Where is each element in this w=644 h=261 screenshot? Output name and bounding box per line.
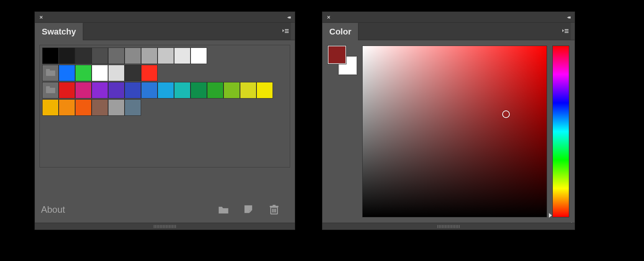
new-swatch-button[interactable] xyxy=(242,203,256,217)
about-link[interactable]: About xyxy=(41,204,65,215)
hue-slider[interactable] xyxy=(552,46,569,217)
sv-cursor-icon xyxy=(502,110,510,118)
swatch-list xyxy=(39,45,290,167)
drag-grip-icon xyxy=(437,225,460,228)
swatch-row xyxy=(42,48,288,64)
swatch[interactable] xyxy=(92,48,108,64)
swatchy-body: About xyxy=(35,40,295,223)
swatch[interactable] xyxy=(75,82,92,98)
swatch[interactable] xyxy=(240,82,256,98)
drag-grip-icon xyxy=(154,225,176,228)
delete-button[interactable] xyxy=(267,203,281,217)
swatchy-tabrow: Swatchy xyxy=(35,23,295,40)
swatch-folder[interactable] xyxy=(42,65,59,81)
swatch[interactable] xyxy=(75,48,92,64)
swatch[interactable] xyxy=(125,65,141,81)
swatch[interactable] xyxy=(141,48,158,64)
swatch[interactable] xyxy=(108,65,125,81)
swatch[interactable] xyxy=(59,48,75,64)
swatch[interactable] xyxy=(174,82,191,98)
swatch[interactable] xyxy=(75,65,92,81)
swatch[interactable] xyxy=(158,48,174,64)
swatch-row xyxy=(42,82,288,98)
swatch-folder[interactable] xyxy=(42,82,59,98)
svg-rect-5 xyxy=(270,206,279,207)
swatch[interactable] xyxy=(191,82,207,98)
tab-empty-area xyxy=(358,23,560,40)
swatch[interactable] xyxy=(108,82,125,98)
menu-icon xyxy=(562,28,569,35)
swatch[interactable] xyxy=(141,82,158,98)
swatch[interactable] xyxy=(75,99,92,116)
swatch[interactable] xyxy=(158,82,174,98)
swatchy-footer: About xyxy=(39,200,290,218)
color-picker-area xyxy=(362,46,569,217)
tab-label: Swatchy xyxy=(42,27,76,37)
swatch-row xyxy=(42,65,288,81)
swatch[interactable] xyxy=(256,82,273,98)
close-icon[interactable]: × xyxy=(38,13,44,21)
swatch[interactable] xyxy=(92,82,108,98)
swatchy-titlebar[interactable]: × ◂◂ xyxy=(35,12,295,23)
swatch[interactable] xyxy=(174,48,191,64)
svg-rect-12 xyxy=(565,32,568,33)
collapse-icon[interactable]: ◂◂ xyxy=(287,14,292,20)
swatch[interactable] xyxy=(125,99,141,116)
swatch[interactable] xyxy=(141,65,158,81)
swatch-row xyxy=(42,99,288,116)
swatch[interactable] xyxy=(59,65,75,81)
color-titlebar[interactable]: × ◂◂ xyxy=(322,12,575,23)
svg-rect-2 xyxy=(285,32,289,33)
swatchy-panel: × ◂◂ Swatchy About xyxy=(34,11,295,230)
swatch[interactable] xyxy=(108,48,125,64)
svg-rect-1 xyxy=(285,31,289,31)
collapse-icon[interactable]: ◂◂ xyxy=(567,14,572,20)
swatch[interactable] xyxy=(59,99,75,116)
color-panel: × ◂◂ Color xyxy=(322,11,575,230)
swatch[interactable] xyxy=(207,82,223,98)
menu-icon xyxy=(282,28,289,35)
tab-swatchy[interactable]: Swatchy xyxy=(35,23,83,40)
swatch[interactable] xyxy=(92,99,108,116)
swatch[interactable] xyxy=(92,65,108,81)
saturation-value-field[interactable] xyxy=(362,46,547,217)
color-footbar[interactable] xyxy=(322,223,575,230)
svg-rect-6 xyxy=(273,205,276,206)
tab-color[interactable]: Color xyxy=(322,23,358,40)
swatch[interactable] xyxy=(42,48,59,64)
hue-indicator-icon xyxy=(549,213,552,218)
swatchy-footer-icons xyxy=(217,203,289,217)
folder-icon xyxy=(218,204,229,215)
swatch[interactable] xyxy=(108,99,125,116)
tab-empty-area xyxy=(83,23,280,40)
svg-rect-10 xyxy=(565,29,568,30)
new-page-icon xyxy=(243,204,255,215)
flyout-menu-button[interactable] xyxy=(560,23,571,40)
color-body xyxy=(322,40,575,223)
svg-rect-11 xyxy=(565,31,568,31)
swatch[interactable] xyxy=(42,99,59,116)
flyout-menu-button[interactable] xyxy=(280,23,291,40)
svg-rect-0 xyxy=(285,29,289,30)
swatch[interactable] xyxy=(191,48,207,64)
swatch[interactable] xyxy=(125,82,141,98)
tab-label: Color xyxy=(329,27,351,37)
foreground-color-swatch[interactable] xyxy=(328,46,346,64)
close-icon[interactable]: × xyxy=(325,13,332,21)
swatchy-footbar[interactable] xyxy=(35,223,295,230)
new-folder-button[interactable] xyxy=(217,203,230,217)
color-tabrow: Color xyxy=(322,23,575,40)
trash-icon xyxy=(268,204,280,215)
swatch[interactable] xyxy=(125,48,141,64)
fg-bg-swatch-stack xyxy=(328,46,357,75)
swatch[interactable] xyxy=(59,82,75,98)
swatch[interactable] xyxy=(223,82,240,98)
